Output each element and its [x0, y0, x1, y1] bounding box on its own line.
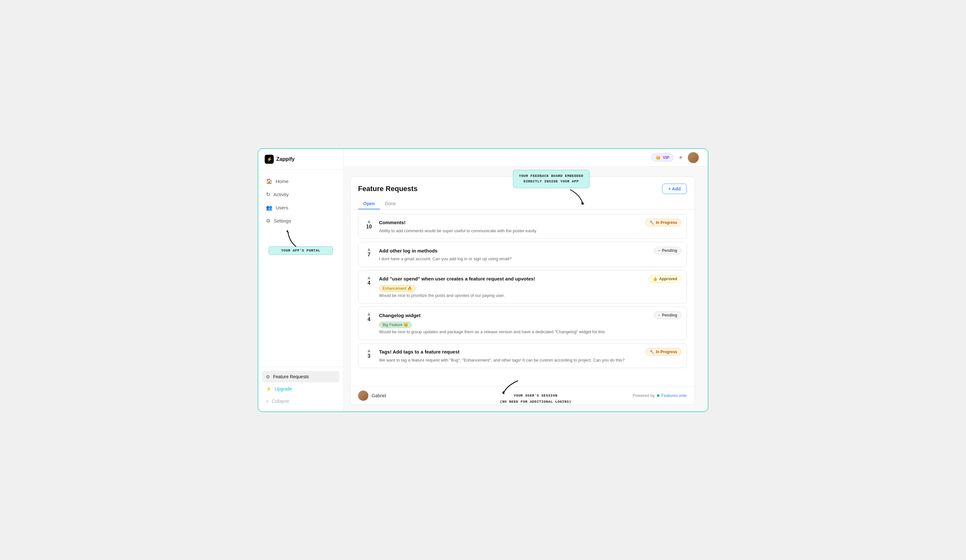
- status-label: Approved: [659, 277, 677, 281]
- request-card-4[interactable]: ▲ 3 Tags! Add tags to a feature request …: [358, 343, 687, 368]
- bottom-annotation-text: YOUR USER'S SESSION (NO NEED FOR ADDITIO…: [500, 393, 572, 404]
- sidebar-upgrade[interactable]: ⚡ Upgrade: [262, 383, 339, 395]
- upvote-arrow-icon[interactable]: ▲: [366, 247, 371, 252]
- footer-username: Gabriel: [371, 393, 386, 398]
- portal-annotation: YOUR APP'S PORTAL: [269, 246, 333, 255]
- request-card-3[interactable]: ▲ 4 Changelog widget ·· Pending Big Feat…: [358, 306, 687, 340]
- logo-icon: ⚡: [264, 155, 274, 164]
- request-title: Tags! Add tags to a feature request: [379, 349, 460, 354]
- avatar-image: [688, 152, 699, 163]
- request-body: Tags! Add tags to a feature request 🔧 In…: [379, 348, 681, 364]
- portal-arrow-svg: [283, 229, 302, 248]
- status-label: In Progress: [656, 350, 677, 354]
- sidebar-item-users[interactable]: 👥 Users: [262, 201, 339, 214]
- sidebar-bottom: ⊙ Feature Requests ⚡ Upgrade « Collapse: [258, 367, 343, 411]
- settings-icon: ⚙: [266, 218, 271, 224]
- status-label: Pending: [662, 313, 677, 318]
- feedback-annotation-box: YOUR FEEDBACK BOARD EMBEDDED DIRECTLY IN…: [513, 170, 590, 188]
- request-title-row: Tags! Add tags to a feature request 🔧 In…: [379, 348, 681, 356]
- green-dot-icon: [657, 395, 659, 397]
- request-title-row: Add "user spend" when user creates a fea…: [379, 275, 681, 283]
- vote-box[interactable]: ▲ 3: [363, 348, 375, 359]
- features-vote-link[interactable]: Features.vote: [661, 393, 687, 398]
- feature-requests-icon: ⊙: [266, 374, 270, 379]
- panel-title: Feature Requests: [358, 185, 417, 193]
- status-icon: 🔧: [649, 220, 654, 225]
- vote-box[interactable]: ▲ 4: [363, 275, 375, 286]
- nav-activity-label: Activity: [273, 192, 289, 197]
- footer-powered-by: Powered by Features.vote: [633, 393, 687, 398]
- request-title-row: Changelog widget ·· Pending: [379, 311, 681, 319]
- requests-list: ▲ 10 Comments! 🔧 In Progress Ability to …: [350, 210, 695, 386]
- request-description: We want to tag a feature request with "B…: [379, 358, 625, 362]
- status-badge: 🔧 In Progress: [645, 348, 681, 356]
- bottom-annotation: YOUR USER'S SESSION (NO NEED FOR ADDITIO…: [500, 379, 572, 404]
- sidebar-nav: 🏠 Home ↻ Activity 👥 Users ⚙ Settings: [258, 170, 343, 367]
- nav-settings-label: Settings: [274, 218, 291, 224]
- vote-count: 4: [368, 280, 371, 286]
- sidebar-item-activity[interactable]: ↻ Activity: [262, 188, 339, 201]
- request-title: Comments!: [379, 220, 406, 225]
- collapse-label: Collapse: [272, 398, 289, 404]
- vip-crown-icon: 👑: [656, 155, 661, 160]
- vote-box[interactable]: ▲ 7: [363, 247, 375, 258]
- footer-user: Gabriel: [358, 390, 386, 401]
- activity-icon: ↻: [266, 192, 270, 198]
- status-icon: 👍: [653, 277, 657, 281]
- sidebar-feature-requests[interactable]: ⊙ Feature Requests: [262, 371, 339, 382]
- feedback-annotation: YOUR FEEDBACK BOARD EMBEDDED DIRECTLY IN…: [513, 170, 590, 206]
- app-container: ⚡ Zappify 🏠 Home ↻ Activity 👥 Users ⚙ Se…: [258, 148, 708, 412]
- status-label: In Progress: [656, 220, 677, 225]
- request-body: Changelog widget ·· Pending Big Feature …: [379, 311, 681, 335]
- sidebar-item-home[interactable]: 🏠 Home: [262, 175, 339, 188]
- request-title: Add "user spend" when user creates a fea…: [379, 276, 535, 282]
- add-request-button[interactable]: + Add: [662, 183, 687, 194]
- nav-home-label: Home: [276, 178, 289, 184]
- main-content: 👑 VIP ☀ YOUR FEEDBACK BOARD EMBEDDED DIR…: [343, 149, 708, 411]
- avatar[interactable]: [688, 152, 699, 163]
- status-icon: 🔧: [649, 350, 654, 354]
- upvote-arrow-icon[interactable]: ▲: [366, 219, 371, 224]
- home-icon: 🏠: [266, 178, 273, 184]
- request-description: I dont have a gmail account. Can you add…: [379, 256, 512, 261]
- vote-box[interactable]: ▲ 4: [363, 311, 375, 322]
- request-title: Add other log in methods: [379, 248, 438, 254]
- feature-requests-label: Feature Requests: [273, 374, 309, 379]
- vote-count: 4: [368, 316, 371, 322]
- request-body: Comments! 🔧 In Progress Ability to add c…: [379, 219, 681, 234]
- upgrade-icon: ⚡: [266, 386, 271, 391]
- sidebar: ⚡ Zappify 🏠 Home ↻ Activity 👥 Users ⚙ Se…: [258, 149, 343, 411]
- request-body: Add other log in methods ·· Pending I do…: [379, 247, 681, 262]
- request-card-2[interactable]: ▲ 4 Add "user spend" when user creates a…: [358, 270, 687, 304]
- upvote-arrow-icon[interactable]: ▲: [366, 275, 371, 280]
- upgrade-label: Upgrade: [275, 386, 292, 391]
- vote-count: 7: [368, 252, 371, 258]
- theme-toggle-icon[interactable]: ☀: [678, 154, 683, 161]
- sidebar-item-settings[interactable]: ⚙ Settings: [262, 215, 339, 227]
- app-name: Zappify: [276, 156, 295, 162]
- top-bar: 👑 VIP ☀: [343, 149, 708, 167]
- nav-users-label: Users: [276, 205, 288, 210]
- status-badge: ·· Pending: [654, 311, 681, 319]
- upvote-arrow-icon[interactable]: ▲: [366, 311, 371, 316]
- status-badge: 👍 Approved: [649, 275, 681, 283]
- request-card-0[interactable]: ▲ 10 Comments! 🔧 In Progress Ability to …: [358, 214, 687, 239]
- panel-wrapper: YOUR FEEDBACK BOARD EMBEDDED DIRECTLY IN…: [343, 167, 708, 411]
- status-label: Pending: [662, 248, 677, 253]
- request-card-1[interactable]: ▲ 7 Add other log in methods ·· Pending …: [358, 242, 687, 267]
- vote-box[interactable]: ▲ 10: [363, 219, 375, 230]
- request-description: Would be nice to prioritize the posts an…: [379, 293, 505, 298]
- tag-enhancement: Enhancement 🔥: [379, 285, 416, 292]
- vip-label: VIP: [663, 155, 669, 160]
- vip-badge[interactable]: 👑 VIP: [651, 154, 674, 162]
- upvote-arrow-icon[interactable]: ▲: [366, 348, 371, 353]
- sidebar-collapse[interactable]: « Collapse: [262, 395, 339, 407]
- feature-requests-panel: Feature Requests + Add Open Done ▲ 10 Co…: [350, 176, 695, 405]
- request-title: Changelog widget: [379, 313, 421, 318]
- tab-open[interactable]: Open: [358, 198, 380, 210]
- tag-big-feature: Big Feature 😊: [379, 322, 412, 328]
- sidebar-logo[interactable]: ⚡ Zappify: [258, 149, 343, 170]
- request-title-row: Add other log in methods ·· Pending: [379, 247, 681, 254]
- tab-done[interactable]: Done: [380, 198, 401, 210]
- vote-count: 10: [366, 224, 372, 230]
